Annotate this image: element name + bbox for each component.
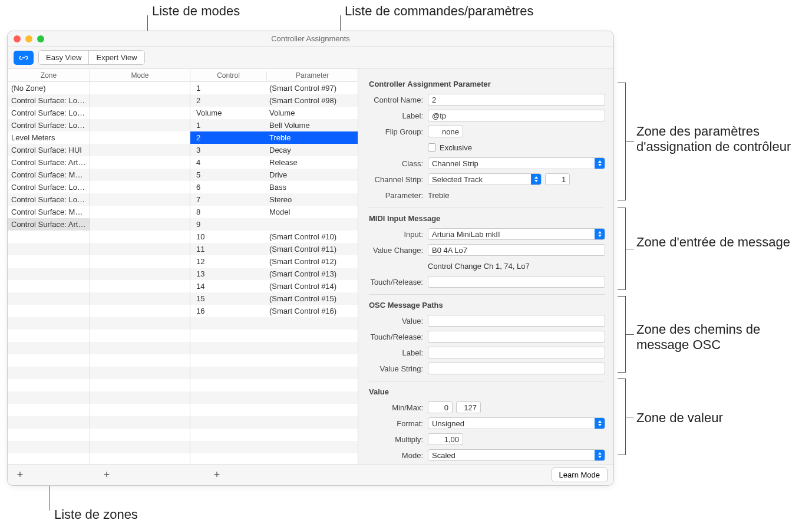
min-field[interactable]: 0 — [428, 401, 453, 413]
zone-row[interactable] — [8, 404, 90, 416]
zone-row[interactable] — [8, 292, 90, 305]
channel-strip-num-field[interactable]: 1 — [545, 173, 570, 185]
touch-release-field[interactable] — [428, 276, 605, 288]
zone-row[interactable] — [8, 243, 90, 255]
zone-row[interactable]: Control Surface: Ma… — [8, 206, 90, 218]
osc-touch-release-field[interactable] — [428, 331, 605, 343]
zone-row[interactable]: Control Surface: Log… — [8, 107, 90, 119]
mode-row[interactable] — [90, 255, 190, 268]
mode-row[interactable] — [90, 82, 190, 94]
zone-row[interactable] — [8, 416, 90, 429]
easy-view-button[interactable]: Easy View — [39, 51, 88, 64]
control-row[interactable]: 15(Smart Control #15) — [190, 292, 358, 305]
mode-select[interactable]: Scaled — [428, 449, 605, 461]
control-row[interactable]: 12(Smart Control #12) — [190, 255, 358, 268]
zone-list[interactable]: (No Zone)Control Surface: Log…Control Su… — [8, 82, 90, 464]
zone-row[interactable] — [8, 317, 90, 330]
osc-label-field[interactable] — [428, 347, 605, 358]
zone-row[interactable]: Control Surface: Log… — [8, 181, 90, 193]
mode-row[interactable] — [90, 243, 190, 255]
zone-row[interactable]: (No Zone) — [8, 82, 90, 94]
control-row[interactable] — [190, 416, 358, 429]
mode-row[interactable] — [90, 441, 190, 453]
zone-row[interactable] — [8, 255, 90, 268]
zone-row[interactable]: Control Surface: Ma… — [8, 169, 90, 181]
mode-row[interactable] — [90, 193, 190, 206]
control-row[interactable]: 10(Smart Control #10) — [190, 231, 358, 243]
control-row[interactable]: 1Bell Volume — [190, 119, 358, 131]
zone-row[interactable] — [8, 429, 90, 441]
zone-row[interactable] — [8, 441, 90, 453]
link-button[interactable] — [14, 51, 34, 65]
minimize-icon[interactable] — [25, 35, 32, 42]
control-row[interactable]: 1(Smart Control #97) — [190, 82, 358, 94]
mode-row[interactable] — [90, 416, 190, 429]
zone-row[interactable] — [8, 367, 90, 379]
mode-row[interactable] — [90, 231, 190, 243]
control-row[interactable] — [190, 330, 358, 342]
class-select[interactable]: Channel Strip — [428, 157, 605, 169]
zone-row[interactable]: Level Meters — [8, 131, 90, 144]
zone-row[interactable] — [8, 305, 90, 317]
control-row[interactable]: 13(Smart Control #13) — [190, 268, 358, 280]
control-row[interactable] — [190, 429, 358, 441]
control-row[interactable] — [190, 317, 358, 330]
control-list[interactable]: 1(Smart Control #97)2(Smart Control #98)… — [190, 82, 358, 464]
zone-row[interactable] — [8, 342, 90, 354]
control-row[interactable]: 2(Smart Control #98) — [190, 94, 358, 107]
zone-row[interactable]: Control Surface: Log… — [8, 119, 90, 131]
mode-row[interactable] — [90, 156, 190, 169]
label-field[interactable]: @tp — [428, 110, 605, 121]
control-row[interactable]: 6Bass — [190, 181, 358, 193]
mode-row[interactable] — [90, 429, 190, 441]
control-row[interactable]: 8Model — [190, 206, 358, 218]
mode-row[interactable] — [90, 354, 190, 367]
osc-value-string-field[interactable] — [428, 363, 605, 374]
zone-row[interactable]: Control Surface: Art… — [8, 218, 90, 231]
zoom-icon[interactable] — [37, 35, 44, 42]
mode-row[interactable] — [90, 280, 190, 292]
control-row[interactable]: 5Drive — [190, 169, 358, 181]
mode-row[interactable] — [90, 131, 190, 144]
mode-row[interactable] — [90, 144, 190, 156]
input-select[interactable]: Arturia MiniLab mkII — [428, 228, 605, 240]
zone-row[interactable]: Control Surface: Log… — [8, 193, 90, 206]
mode-row[interactable] — [90, 367, 190, 379]
control-row[interactable]: 16(Smart Control #16) — [190, 305, 358, 317]
control-row[interactable] — [190, 354, 358, 367]
add-mode-button[interactable]: + — [100, 469, 113, 482]
zone-row[interactable] — [8, 330, 90, 342]
zone-row[interactable]: Control Surface: HUI — [8, 144, 90, 156]
close-icon[interactable] — [14, 35, 21, 42]
max-field[interactable]: 127 — [456, 401, 481, 413]
exclusive-checkbox[interactable] — [428, 143, 436, 152]
control-row[interactable] — [190, 391, 358, 404]
mode-row[interactable] — [90, 342, 190, 354]
add-control-button[interactable]: + — [210, 469, 223, 482]
add-zone-button[interactable]: + — [14, 469, 27, 482]
zone-row[interactable]: Control Surface: Log… — [8, 94, 90, 107]
control-row[interactable] — [190, 379, 358, 391]
mode-row[interactable] — [90, 218, 190, 231]
mode-row[interactable] — [90, 317, 190, 330]
zone-row[interactable] — [8, 379, 90, 391]
mode-row[interactable] — [90, 292, 190, 305]
expert-view-button[interactable]: Expert View — [88, 51, 144, 64]
control-name-field[interactable]: 2 — [428, 94, 605, 106]
control-row[interactable]: VolumeVolume — [190, 107, 358, 119]
zone-row[interactable] — [8, 391, 90, 404]
zone-row[interactable] — [8, 280, 90, 292]
mode-row[interactable] — [90, 94, 190, 107]
multiply-field[interactable]: 1,00 — [428, 433, 463, 445]
zone-row[interactable] — [8, 231, 90, 243]
channel-strip-select[interactable]: Selected Track — [428, 173, 542, 185]
learn-mode-button[interactable]: Learn Mode — [552, 468, 608, 482]
mode-row[interactable] — [90, 330, 190, 342]
control-row[interactable]: 4Release — [190, 156, 358, 169]
mode-row[interactable] — [90, 107, 190, 119]
mode-row[interactable] — [90, 391, 190, 404]
mode-row[interactable] — [90, 169, 190, 181]
control-row[interactable]: 9 — [190, 218, 358, 231]
mode-row[interactable] — [90, 181, 190, 193]
value-change-field[interactable]: B0 4A Lo7 — [428, 244, 605, 256]
